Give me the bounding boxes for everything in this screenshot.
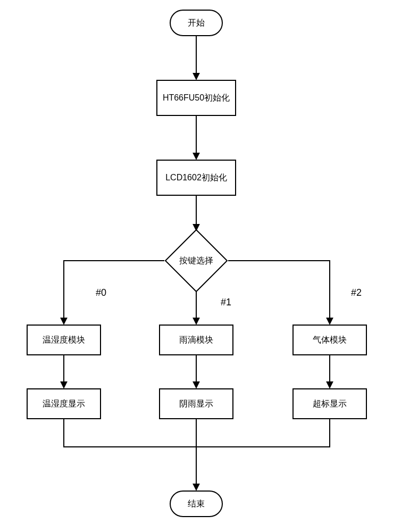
process-temp-humidity-display: 温湿度显示 (27, 388, 101, 419)
process-init-mcu-label: HT66FU50初始化 (163, 93, 230, 103)
decision-key-select: 按键选择 (164, 229, 228, 293)
gas-module-label: 气体模块 (313, 335, 347, 345)
end-terminator: 结束 (170, 491, 223, 517)
flowchart-canvas: 开始 HT66FU50初始化 LCD1602初始化 按键选择 #0 #1 #2 … (0, 0, 393, 532)
end-label: 结束 (188, 498, 205, 509)
process-init-lcd-label: LCD1602初始化 (165, 172, 227, 182)
temp-humidity-module-label: 温湿度模块 (43, 335, 85, 345)
process-temp-humidity-module: 温湿度模块 (27, 325, 101, 355)
temp-humidity-display-label: 温湿度显示 (43, 398, 85, 409)
rain-display-label: 阴雨显示 (179, 398, 213, 409)
raindrop-module-label: 雨滴模块 (179, 335, 213, 345)
start-terminator: 开始 (170, 10, 223, 36)
start-label: 开始 (188, 18, 205, 28)
branch-label-0: #0 (96, 287, 106, 298)
process-gas-module: 气体模块 (292, 325, 367, 355)
process-overlimit-display: 超标显示 (292, 388, 367, 419)
branch-label-1: #1 (221, 297, 231, 308)
process-rain-display: 阴雨显示 (159, 388, 233, 419)
process-raindrop-module: 雨滴模块 (159, 325, 233, 355)
process-init-mcu: HT66FU50初始化 (156, 80, 236, 116)
process-init-lcd: LCD1602初始化 (156, 160, 236, 196)
overlimit-display-label: 超标显示 (313, 398, 347, 409)
branch-label-2: #2 (351, 287, 362, 298)
decision-label: 按键选择 (179, 255, 213, 267)
